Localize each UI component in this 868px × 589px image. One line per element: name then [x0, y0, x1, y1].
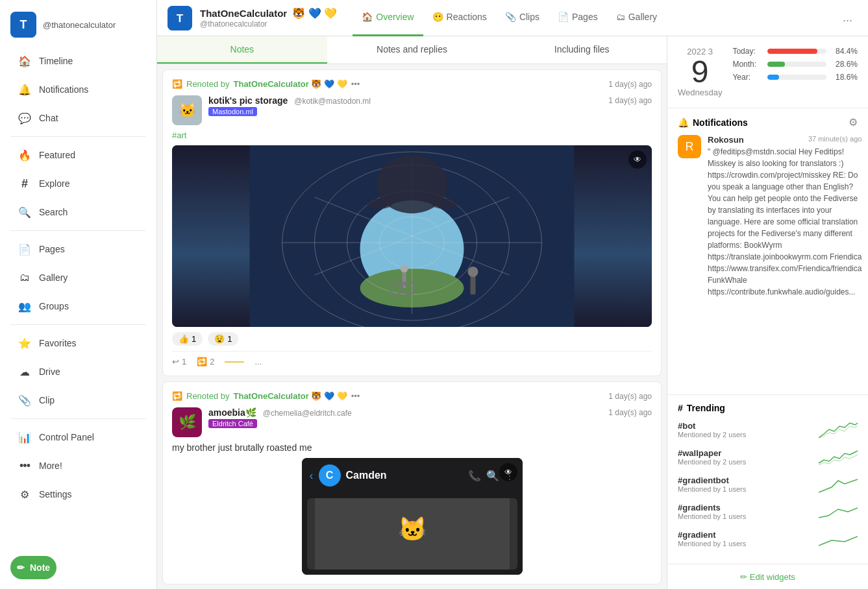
post-image: 👁 [172, 145, 652, 327]
profile-bar-avatar: T [167, 6, 192, 30]
profile-name: ThatOneCalculator 🐯 💙 💛 [200, 7, 337, 19]
stats-month-row: Month: 28.6% [732, 60, 858, 69]
home-icon: 🏠 [18, 54, 31, 67]
sidebar-item-label: Groups [39, 301, 69, 311]
profile-nav-overview[interactable]: 🏠 Overview [353, 0, 423, 36]
pencil-icon: ✏ [17, 562, 25, 573]
post-image-container: 👁 [172, 145, 652, 327]
svg-text:T: T [20, 18, 27, 31]
post-card: 🔁 Renoted by ThatOneCalculator 🐯 💙 💛 •••… [162, 381, 662, 584]
trending-item-gradientbot[interactable]: #gradientbot Mentioned by 1 users [678, 474, 858, 494]
post-actions: ↩ 1 🔁 2 ... [172, 351, 652, 367]
post-more-btn[interactable]: ••• [351, 79, 360, 89]
sidebar-item-control-panel[interactable]: 📊 Control Panel [5, 424, 151, 451]
svg-rect-20 [471, 275, 476, 294]
content-tabs: Notes Notes and replies Including files [157, 36, 667, 64]
sidebar-divider-2 [10, 230, 146, 231]
note-button[interactable]: ✏ Note [10, 556, 56, 579]
sidebar-item-favorites[interactable]: ⭐ Favorites [5, 330, 151, 357]
tab-including-files[interactable]: Including files [497, 36, 667, 64]
post-author: 🌿 amoebia🌿 @chemelia@eldritch.cafe 1 day… [172, 407, 652, 437]
svg-text:R: R [686, 140, 694, 153]
trending-sub: Mentioned by 1 users [678, 485, 819, 493]
sidebar-item-label: Pages [39, 244, 65, 254]
sidebar-item-timeline[interactable]: 🏠 Timeline [5, 47, 151, 75]
repost-by: ThatOneCalculator 🐯 💙 💛 [234, 79, 347, 89]
sidebar-item-drive[interactable]: ☁ Drive [5, 358, 151, 385]
post-tag: #art [172, 130, 652, 140]
gear-icon: ⚙ [18, 488, 31, 501]
hide-phone-button[interactable]: 👁 [499, 463, 517, 481]
profile-nav-clips[interactable]: 📎 Clips [496, 0, 549, 36]
tab-notes-replies[interactable]: Notes and replies [327, 36, 497, 64]
sidebar-user[interactable]: T @thatonecalculator [0, 5, 156, 47]
repost-label: Renoted by [186, 79, 230, 89]
repost-icon: 🔁 [172, 79, 182, 89]
sidebar-item-notifications[interactable]: 🔔 Notifications [5, 76, 151, 103]
sidebar-item-label: Timeline [39, 56, 73, 66]
post-more-btn[interactable]: ••• [351, 391, 360, 401]
sidebar-item-groups[interactable]: 👥 Groups [5, 293, 151, 320]
notif-user: Rokosun [708, 135, 744, 145]
profile-nav-reactions[interactable]: 😶 Reactions [423, 0, 496, 36]
sidebar-item-gallery[interactable]: 🗂 Gallery [5, 264, 151, 291]
post-author-info: kotik's pic storage @kotik@mastodon.ml 1… [208, 95, 652, 116]
search-icon: 🔍 [18, 206, 31, 219]
profile-nav: 🏠 Overview 😶 Reactions 📎 Clips 📄 Pages 🗂… [353, 0, 666, 36]
reaction-count: 1 [192, 334, 196, 344]
post-author-handle: @chemelia@eldritch.cafe [263, 409, 352, 418]
notif-settings-button[interactable]: ⚙ [849, 116, 858, 128]
stats-month-pct: 28.6% [832, 60, 858, 69]
post-author-avatar: 🐱 [172, 95, 202, 125]
phone-contact-avatar: C [319, 464, 341, 487]
sidebar-item-explore[interactable]: # Explore [5, 170, 151, 197]
sidebar-divider-4 [10, 418, 146, 419]
sidebar-item-search[interactable]: 🔍 Search [5, 198, 151, 226]
sidebar-item-more[interactable]: ••• More! [5, 452, 151, 479]
sidebar-item-label: Settings [39, 489, 72, 499]
reaction-shocked[interactable]: 😧 1 [208, 332, 238, 346]
sidebar-item-chat[interactable]: 💬 Chat [5, 104, 151, 132]
stats-month-label: Month: [732, 60, 762, 69]
reply-button[interactable]: ↩ 1 [172, 357, 186, 367]
stats-today-bar [767, 49, 817, 54]
trending-chart [819, 447, 858, 466]
reactions-icon: 😶 [432, 12, 443, 22]
sidebar-item-featured[interactable]: 🔥 Featured [5, 141, 151, 169]
sidebar-item-clip[interactable]: 📎 Clip [5, 387, 151, 414]
reply-icon: ↩ [172, 357, 179, 367]
reaction-thumbsup[interactable]: 👍 1 [172, 332, 203, 346]
tab-notes[interactable]: Notes [157, 36, 327, 64]
stats-year-label: Year: [732, 73, 762, 82]
stats-year-pct: 18.6% [832, 73, 858, 82]
edit-widgets-button[interactable]: ✏ Edit widgets [667, 564, 868, 589]
trending-chart [819, 501, 858, 521]
overview-icon: 🏠 [362, 12, 373, 22]
sidebar-avatar: T [10, 12, 36, 38]
trending-item-gradient[interactable]: #gradient Mentioned by 1 users [678, 529, 858, 548]
profile-nav-pages[interactable]: 📄 Pages [549, 0, 607, 36]
trending-item-bot[interactable]: #bot Mentioned by 2 users [678, 420, 858, 439]
sidebar-item-pages[interactable]: 📄 Pages [5, 235, 151, 263]
more-icon: ••• [18, 459, 31, 472]
post-server-badge: Eldritch Café [208, 419, 257, 428]
profile-bar-more-button[interactable]: ... [837, 6, 858, 30]
profile-nav-gallery[interactable]: 🗂 Gallery [607, 0, 666, 36]
notif-title: 🔔 Notifications [678, 117, 748, 128]
trending-item-gradients[interactable]: #gradients Mentioned by 1 users [678, 501, 858, 521]
notif-time: 37 minute(s) ago [808, 135, 862, 143]
trending-chart [819, 420, 858, 439]
bell-icon: 🔔 [18, 83, 31, 96]
trending-item-wallpaper[interactable]: #wallpaper Mentioned by 2 users [678, 447, 858, 466]
phone-image: 🐱 [307, 498, 517, 570]
post-repost-line: 🔁 Renoted by ThatOneCalculator 🐯 💙 💛 •••… [172, 79, 652, 89]
svg-text:🐱: 🐱 [179, 101, 197, 119]
hide-image-button[interactable]: 👁 [628, 150, 647, 169]
phone-contact-name: Camden [346, 470, 463, 481]
more-actions-button[interactable]: ... [254, 357, 262, 367]
repost-button[interactable]: 🔁 2 [197, 357, 214, 367]
sidebar-item-settings[interactable]: ⚙ Settings [5, 481, 151, 508]
profile-handle: @thatonecalculator [200, 19, 337, 29]
stats-year-bar-wrap [767, 75, 826, 80]
trending-tag: #gradient [678, 530, 819, 540]
